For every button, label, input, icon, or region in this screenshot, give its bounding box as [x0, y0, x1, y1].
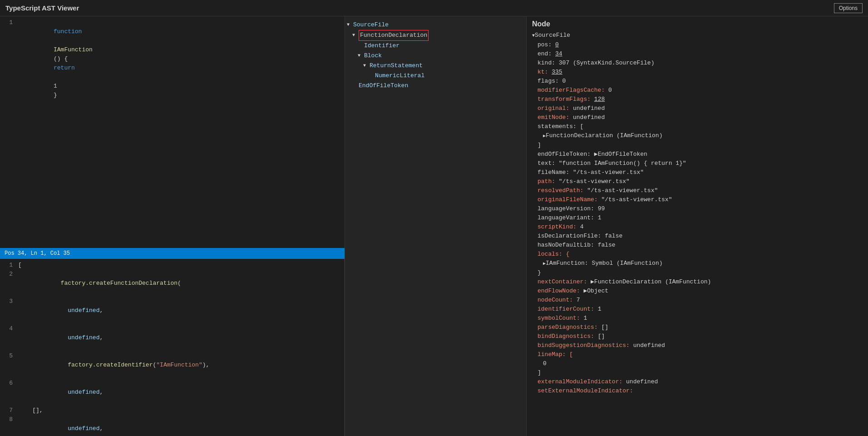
prop-original-file-name: originalFileName: "/ts-ast-viewer.tsx"	[532, 195, 863, 204]
header: TypeScript AST Viewer Options	[0, 0, 868, 16]
punc-open: () {	[54, 55, 71, 62]
main-layout: 1 function IAmFunction () { return 1 } P…	[0, 16, 868, 436]
prop-identifier-count: identifierCount: 1	[532, 305, 863, 314]
prop-bind-diagnostics: bindDiagnostics: []	[532, 332, 863, 341]
arrow-source-file: ▼	[347, 20, 352, 30]
prop-pos: pos: 0	[532, 40, 863, 50]
prop-flags: flags: 0	[532, 77, 863, 86]
label-source-file: SourceFile	[353, 20, 389, 30]
prop-locals-close: }	[532, 268, 863, 277]
node-panel: Node ▼SourceFile pos: 0 end: 34 kind: 30…	[527, 16, 868, 436]
prop-kind: kind: 307 (SyntaxKind.SourceFile)	[532, 59, 863, 68]
bottom-line-7: 7 [],	[0, 406, 344, 415]
prop-language-variant: languageVariant: 1	[532, 213, 863, 223]
label-identifier: Identifier	[364, 41, 399, 51]
prop-iam-function-symbol[interactable]: ▶IAmFunction: Symbol (IAmFunction)	[532, 259, 863, 268]
status-text: Pos 34, Ln 1, Col 35	[5, 250, 70, 257]
space2	[54, 74, 57, 80]
prop-statements: statements: [	[532, 122, 863, 131]
lc6: undefined,	[16, 379, 103, 406]
bottom-line-3: 3 undefined,	[0, 297, 344, 324]
tree-item-identifier[interactable]: Identifier	[345, 41, 526, 51]
code-editor[interactable]: 1 function IAmFunction () { return 1 }	[0, 16, 345, 248]
prop-statements-close: ]	[532, 141, 863, 150]
arrow-function-declaration: ▼	[352, 30, 358, 40]
node-panel-title: Node	[532, 20, 863, 28]
prop-has-no-default-lib: hasNoDefaultLib: false	[532, 241, 863, 250]
prop-file-name: fileName: "/ts-ast-viewer.tsx"	[532, 168, 863, 177]
tree-item-numeric-literal[interactable]: NumericLiteral	[345, 71, 526, 81]
tree-item-end-of-file-token[interactable]: EndOfFileToken	[345, 81, 526, 91]
prop-set-external-module-indicator: setExternalModuleIndicator:	[532, 386, 863, 396]
label-function-declaration: FunctionDeclaration	[359, 30, 429, 41]
bottom-line-8: 8 undefined,	[0, 415, 344, 436]
tree-item-source-file[interactable]: ▼ SourceFile	[345, 20, 526, 30]
prop-text: text: "function IAmFunction() { return 1…	[532, 159, 863, 168]
keyword-return: return	[54, 64, 75, 71]
prop-external-module-indicator: externalModuleIndicator: undefined	[532, 377, 863, 386]
bottom-line-6: 6 undefined,	[0, 379, 344, 406]
prop-parse-diagnostics: parseDiagnostics: []	[532, 323, 863, 332]
lc1: [	[16, 261, 22, 270]
lc2: factory.createFunctionDeclaration(	[16, 270, 181, 297]
ast-tree-panel[interactable]: ▼ SourceFile ▼ FunctionDeclaration Ident…	[345, 16, 527, 436]
prop-line-map-close: ]	[532, 368, 863, 377]
tree-item-function-declaration[interactable]: ▼ FunctionDeclaration	[345, 30, 526, 41]
arrow-numeric-literal	[369, 71, 374, 81]
punc-close: }	[54, 92, 57, 99]
prop-line-map-val: 0	[532, 359, 863, 368]
factory-fn2: factory.createFunctionDeclaration	[54, 280, 178, 287]
lc4: undefined,	[16, 324, 103, 352]
tree-item-block[interactable]: ▼ Block	[345, 51, 526, 61]
ln7: 7	[0, 406, 16, 415]
prop-node-count: nodeCount: 7	[532, 296, 863, 305]
label-block: Block	[364, 51, 382, 61]
prop-line-map: lineMap: [	[532, 350, 863, 359]
prop-original: original: undefined	[532, 104, 863, 113]
label-numeric-literal: NumericLiteral	[375, 71, 424, 81]
prop-bind-suggestion-diagnostics: bindSuggestionDiagnostics: undefined	[532, 341, 863, 350]
lc8: undefined,	[16, 415, 103, 436]
prop-end-flow-node: endFlowNode: ▶Object	[532, 287, 863, 296]
prop-locals: locals: {	[532, 250, 863, 259]
prop-script-kind: scriptKind: 4	[532, 223, 863, 232]
function-name: IAmFunction	[54, 46, 93, 53]
bottom-code-panel[interactable]: 1 [ 2 factory.createFunctionDeclaration(…	[0, 259, 345, 436]
status-bar: Pos 34, Ln 1, Col 35	[0, 248, 345, 259]
prop-language-version: languageVersion: 99	[532, 204, 863, 213]
arrow-block: ▼	[358, 51, 363, 61]
options-button[interactable]: Options	[834, 3, 863, 13]
bottom-line-2: 2 factory.createFunctionDeclaration(	[0, 270, 344, 297]
code-line-1: 1 function IAmFunction () { return 1 }	[0, 18, 345, 109]
lc7: [],	[16, 406, 43, 415]
line-number-1: 1	[0, 18, 16, 109]
ln5: 5	[0, 352, 16, 379]
space	[54, 37, 57, 44]
prop-kt: kt: 335	[532, 68, 863, 77]
return-value: 1	[54, 83, 57, 89]
arrow-identifier	[358, 41, 363, 51]
ln8: 8	[0, 415, 16, 436]
keyword-function: function	[54, 28, 82, 35]
prop-end-of-file-token: endOfFileToken: ▶EndOfFileToken	[532, 150, 863, 159]
arrow-end-of-file-token	[352, 81, 358, 91]
prop-path: path: "/ts-ast-viewer.tsx"	[532, 177, 863, 186]
lc3: undefined,	[16, 297, 103, 324]
ln1: 1	[0, 261, 16, 270]
prop-end: end: 34	[532, 50, 863, 59]
app-title: TypeScript AST Viewer	[5, 4, 79, 12]
label-end-of-file-token: EndOfFileToken	[359, 81, 408, 91]
line-content-1: function IAmFunction () { return 1 }	[16, 18, 93, 109]
arrow-return-statement: ▼	[363, 61, 369, 71]
prop-symbol-count: symbolCount: 1	[532, 314, 863, 323]
ln3: 3	[0, 297, 16, 324]
prop-function-declaration-ref[interactable]: ▶FunctionDeclaration (IAmFunction)	[532, 131, 863, 141]
tree-item-return-statement[interactable]: ▼ ReturnStatement	[345, 61, 526, 71]
left-panels: 1 function IAmFunction () { return 1 } P…	[0, 16, 345, 436]
bottom-line-4: 4 undefined,	[0, 324, 344, 352]
ln6: 6	[0, 379, 16, 406]
prop-is-declaration-file: isDeclarationFile: false	[532, 232, 863, 241]
label-return-statement: ReturnStatement	[370, 61, 423, 71]
prop-source-file: ▼SourceFile	[532, 31, 863, 40]
prop-emit-node: emitNode: undefined	[532, 113, 863, 122]
